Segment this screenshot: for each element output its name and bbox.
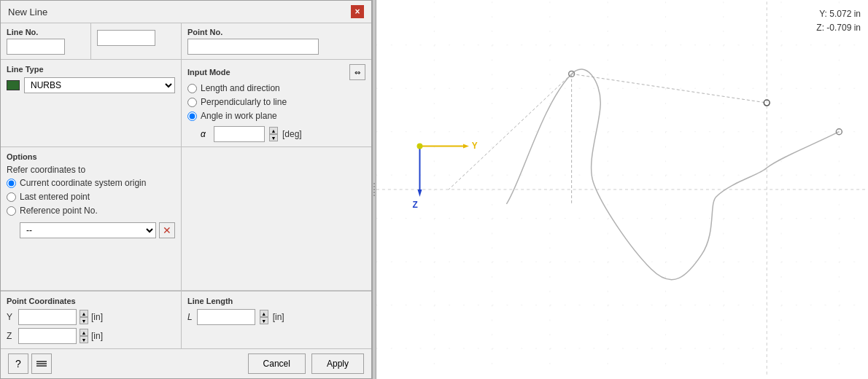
input-mode-label-1: Length and direction: [201, 83, 280, 93]
z-unit: [in]: [91, 331, 103, 341]
y-spin-down[interactable]: ▼: [80, 317, 88, 324]
point-no-input[interactable]: 2: [187, 39, 319, 55]
ref-point-select[interactable]: --: [20, 222, 156, 238]
line-length-input[interactable]: 5.886: [197, 309, 255, 325]
svg-rect-0: [36, 361, 47, 362]
blank-input[interactable]: [97, 30, 155, 46]
line-type-select[interactable]: NURBS: [24, 77, 175, 93]
z-coord-display: Z: -0.709 in: [816, 21, 861, 35]
alpha-spin-down[interactable]: ▼: [269, 134, 278, 141]
option-ref-point[interactable]: Reference point No.: [7, 206, 175, 216]
ll-spin-up[interactable]: ▲: [260, 310, 268, 317]
ref-point-button[interactable]: ✕: [159, 222, 175, 238]
ll-spin-down[interactable]: ▼: [260, 317, 268, 324]
refer-label: Refer coordinates to: [7, 165, 85, 175]
option-label-1: Current coordinate system origin: [20, 178, 146, 188]
option-label-3: Reference point No.: [20, 206, 98, 216]
alpha-spinner[interactable]: ▲ ▼: [269, 127, 278, 141]
point-no-label: Point No.: [187, 28, 365, 36]
z-spin-down[interactable]: ▼: [80, 336, 88, 343]
question-icon-button[interactable]: ?: [8, 353, 28, 374]
tool-icon-button[interactable]: [31, 353, 52, 374]
option-radio-2[interactable]: [7, 192, 16, 202]
apply-button[interactable]: Apply: [311, 353, 364, 374]
ll-spinner[interactable]: ▲ ▼: [260, 310, 268, 324]
alpha-unit: [deg]: [282, 129, 302, 139]
svg-rect-1: [36, 363, 47, 364]
input-mode-perpendicular[interactable]: Perpendicularly to line: [187, 97, 365, 107]
z-input[interactable]: -0.709: [18, 328, 77, 344]
alpha-symbol: α: [201, 129, 209, 139]
input-mode-length-direction[interactable]: Length and direction: [187, 83, 365, 93]
option-last-point[interactable]: Last entered point: [7, 192, 175, 202]
alpha-spin-up[interactable]: ▲: [269, 127, 278, 134]
resize-button[interactable]: ⇔: [349, 64, 365, 80]
y-label: Y: [7, 312, 15, 322]
option-current-coord[interactable]: Current coordinate system origin: [7, 178, 175, 188]
coord-display: Y: 5.072 in Z: -0.709 in: [816, 7, 861, 35]
option-label-2: Last entered point: [20, 192, 90, 202]
y-coord-display: Y: 5.072 in: [816, 7, 861, 21]
input-mode-radio-3[interactable]: [187, 112, 197, 121]
input-mode-angle[interactable]: Angle in work plane: [187, 111, 365, 121]
z-spin-up[interactable]: ▲: [80, 329, 88, 336]
cancel-button[interactable]: Cancel: [248, 353, 306, 374]
line-no-label: Line No.: [7, 28, 85, 36]
line-length-label: Line Length: [187, 297, 233, 305]
input-mode-label-3: Angle in work plane: [201, 111, 277, 121]
options-label: Options: [7, 152, 37, 161]
y-input[interactable]: 5.072: [18, 309, 77, 325]
svg-text:Z: Z: [413, 200, 418, 210]
svg-point-34: [417, 144, 423, 149]
ll-unit: [in]: [273, 312, 284, 322]
dialog-title: New Line: [8, 7, 47, 17]
input-mode-radio-1[interactable]: [187, 84, 197, 93]
close-button[interactable]: ×: [351, 5, 364, 18]
alpha-input[interactable]: 0.00: [214, 126, 265, 142]
point-coords-label: Point Coordinates: [7, 297, 76, 305]
y-unit: [in]: [91, 312, 103, 322]
l-symbol: L: [187, 312, 193, 322]
option-radio-3[interactable]: [7, 206, 16, 216]
y-spinner[interactable]: ▲ ▼: [80, 310, 88, 324]
svg-rect-2: [36, 365, 47, 367]
z-label: Z: [7, 331, 15, 341]
line-no-input[interactable]: 1: [7, 39, 65, 55]
svg-text:Y: Y: [472, 141, 478, 151]
line-type-color: [7, 80, 20, 90]
input-mode-radio-2[interactable]: [187, 98, 197, 107]
y-spin-up[interactable]: ▲: [80, 310, 88, 317]
line-type-label: Line Type: [7, 65, 44, 74]
input-mode-label-2: Perpendicularly to line: [201, 97, 287, 107]
canvas-area: Y Z Y: 5.072 in Z: -0.709 in: [376, 0, 868, 379]
input-mode-label: Input Mode: [187, 68, 230, 77]
option-radio-1[interactable]: [7, 179, 16, 188]
z-spinner[interactable]: ▲ ▼: [80, 329, 88, 343]
